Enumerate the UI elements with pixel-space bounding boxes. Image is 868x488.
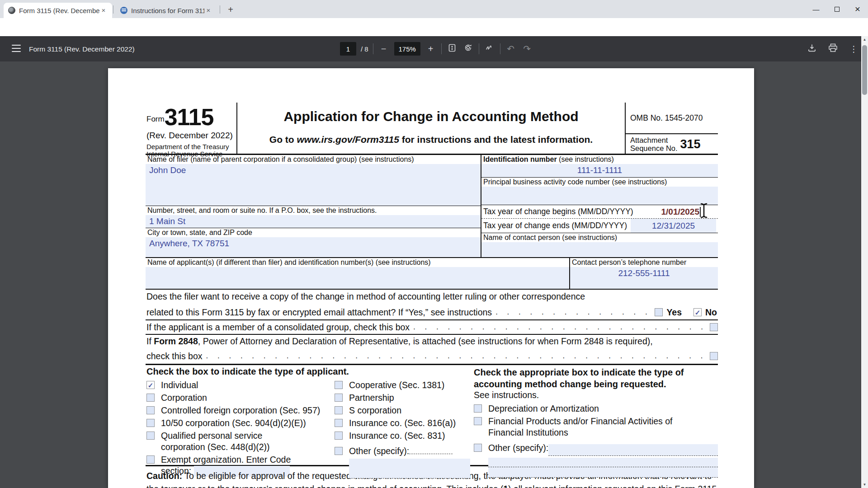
form-word: Form — [146, 115, 165, 123]
yes-label: Yes — [666, 307, 682, 318]
checkbox-item: Controlled foreign corporation (Sec. 957… — [146, 405, 335, 416]
checkbox-label: Qualified personal service corporation (… — [161, 430, 297, 453]
checkbox-label: Financial Products and/or Financial Acti… — [488, 416, 705, 438]
other-applicant-checkbox[interactable] — [335, 447, 343, 455]
tax-year-begins-row: Tax year of change begins (MM/DD/YYYY) 1… — [481, 205, 718, 219]
phone-cell: Contact person’s telephone number 212-55… — [570, 258, 718, 289]
revision-date: (Rev. December 2022) — [146, 131, 236, 141]
rotate-button[interactable] — [462, 43, 474, 54]
pdf-more-options-icon[interactable]: ⋮ — [849, 44, 858, 54]
redo-button[interactable]: ↷ — [521, 43, 533, 54]
checkbox-item: Insurance co. (Sec. 816(a)) — [335, 418, 474, 429]
qualified-personal-service-checkbox[interactable] — [146, 432, 155, 440]
other-specify-field[interactable] — [349, 459, 470, 479]
maximize-button[interactable] — [826, 0, 847, 18]
checkbox-label: S corporation — [349, 405, 401, 416]
corporation-checkbox[interactable] — [146, 394, 155, 402]
annotate-pen-icon[interactable] — [484, 43, 495, 54]
correspondence-line2: related to this Form 3115 by fax or encr… — [146, 307, 492, 318]
zoom-level-input[interactable]: 175% — [394, 42, 420, 56]
no-label: No — [705, 307, 717, 318]
partnership-checkbox[interactable] — [335, 394, 343, 402]
checkbox-label: Partnership — [349, 392, 394, 404]
new-tab-button[interactable]: + — [224, 4, 237, 16]
print-button[interactable] — [828, 43, 838, 54]
zoom-out-button[interactable]: − — [378, 44, 390, 54]
other-method-checkbox[interactable] — [474, 444, 482, 452]
form2848-pre: If — [146, 336, 154, 346]
checkbox-item: Insurance co. (Sec. 831) — [335, 430, 474, 441]
checkbox-label: Controlled foreign corporation (Sec. 957… — [161, 405, 320, 416]
tab-form-3115[interactable]: Form 3115 (Rev. December 202 × — [4, 3, 112, 18]
checkbox-item: Depreciation or Amortization — [474, 403, 718, 414]
no-checkbox[interactable]: ✓ — [693, 308, 702, 316]
page-number-input[interactable]: 1 — [340, 42, 356, 56]
cooperative-checkbox[interactable] — [335, 381, 343, 389]
close-window-button[interactable]: × — [847, 0, 868, 18]
tax-year-ends-field[interactable]: 12/31/2025 — [631, 219, 716, 233]
depreciation-checkbox[interactable] — [474, 404, 482, 413]
applicants-cell: Name of applicant(s) (if different than … — [146, 258, 570, 289]
1050-corporation-checkbox[interactable] — [146, 419, 155, 427]
individual-checkbox[interactable]: ✓ — [146, 381, 155, 389]
consolidated-checkbox[interactable] — [710, 323, 718, 331]
omb-number: OMB No. 1545-2070 — [626, 103, 718, 134]
pdf-favicon — [8, 7, 15, 14]
minimize-button[interactable]: — — [806, 0, 826, 18]
fit-page-button[interactable] — [446, 44, 458, 54]
business-activity-field[interactable] — [481, 187, 718, 205]
tab-divider — [220, 5, 220, 14]
checkbox-item: Cooperative (Sec. 1381) — [335, 380, 474, 391]
other-specify-blank[interactable] — [409, 446, 453, 454]
tab-close-icon[interactable]: × — [99, 6, 108, 14]
contact-person-field[interactable] — [481, 242, 718, 257]
identification-field[interactable]: 111-11-1111 — [481, 164, 718, 178]
checkbox-item: Financial Products and/or Financial Acti… — [474, 416, 718, 438]
zoom-in-button[interactable]: + — [425, 44, 437, 54]
checkbox-label: Insurance co. (Sec. 831) — [349, 430, 445, 441]
vertical-scrollbar[interactable]: ▲ ▼ — [861, 36, 868, 488]
toolbar-separator — [441, 43, 442, 54]
financial-products-checkbox[interactable] — [474, 417, 482, 425]
correspondence-line1: Does the filer want to receive a copy of… — [146, 291, 718, 305]
city-label: City or town, state, and ZIP code — [146, 228, 481, 237]
menu-icon[interactable] — [12, 45, 21, 52]
download-button[interactable] — [807, 43, 816, 54]
scrollbar-thumb[interactable] — [862, 45, 867, 95]
phone-field[interactable]: 212-555-1111 — [570, 267, 718, 289]
browser-toolbar: ← → File M:/Modern%20Tax%20Tools/Using%2… — [0, 18, 868, 36]
insurance-816a-checkbox[interactable] — [335, 419, 343, 427]
undo-button[interactable]: ↶ — [505, 43, 517, 54]
pdf-favicon — [120, 7, 127, 14]
name-of-filer-field[interactable]: John Doe — [146, 164, 481, 206]
yes-checkbox[interactable] — [655, 308, 663, 316]
name-of-filer-label: Name of filer (name of parent corporatio… — [146, 155, 481, 164]
controlled-foreign-corp-checkbox[interactable] — [146, 406, 155, 414]
other-method-field[interactable] — [488, 458, 718, 478]
street-label: Number, street, and room or suite no. If… — [146, 206, 481, 215]
tab-close-icon[interactable]: × — [204, 6, 212, 14]
attachment-number: 315 — [680, 140, 701, 148]
scroll-up-button[interactable]: ▲ — [861, 36, 868, 43]
window-controls: — × — [806, 0, 868, 18]
checkbox-label: Insurance co. (Sec. 816(a)) — [349, 418, 456, 429]
city-field[interactable]: Anywhere, TX 78751 — [146, 237, 481, 257]
insurance-831-checkbox[interactable] — [335, 432, 343, 440]
tab-instructions[interactable]: Instructions for Form 3115 (Rev × — [116, 3, 217, 18]
applicants-field[interactable] — [146, 267, 569, 289]
other-method-blank[interactable] — [548, 444, 718, 456]
form2848-checkbox[interactable] — [710, 352, 718, 360]
scroll-down-button[interactable]: ▼ — [861, 481, 868, 488]
exempt-organization-checkbox[interactable] — [146, 455, 155, 464]
applicant-type-column-a: ✓ Individual Corporation Controlled fore… — [146, 378, 335, 479]
toolbar-separator — [479, 43, 479, 54]
checkbox-label: Other (specify): — [349, 446, 453, 457]
filer-info-table: Name of filer (name of parent corporatio… — [146, 155, 718, 258]
identification-label-note: (see instructions) — [557, 155, 614, 163]
street-field[interactable]: 1 Main St — [146, 215, 481, 228]
s-corporation-checkbox[interactable] — [335, 406, 343, 414]
pdf-viewer: Form 3115 (Rev. December 2022) 1 / 8 − 1… — [0, 36, 868, 488]
tax-year-begins-field[interactable]: 1/01/2025 — [661, 207, 701, 217]
tab-divider — [113, 5, 113, 14]
pdf-toolbar: Form 3115 (Rev. December 2022) 1 / 8 − 1… — [0, 36, 868, 61]
